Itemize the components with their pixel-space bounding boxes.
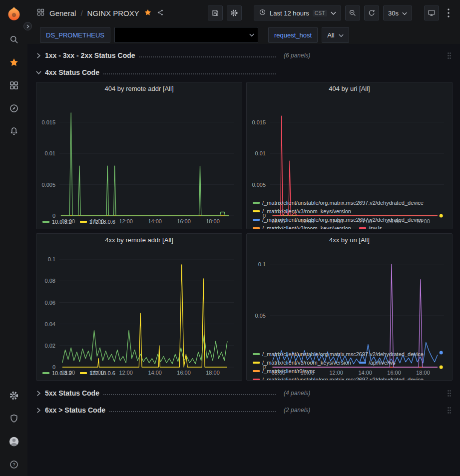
datasource-variable-select[interactable]: [114, 27, 258, 43]
legend-label: 172.18.0.6: [89, 218, 115, 226]
share-icon[interactable]: [156, 8, 164, 18]
legend-swatch: [42, 221, 49, 223]
page-title[interactable]: NGINX PROXY: [87, 9, 139, 17]
legend-item[interactable]: 172.18.0.6: [80, 218, 115, 226]
help-icon[interactable]: ?: [0, 453, 27, 476]
timeseries-chart[interactable]: 00.050.108:0010:0012:0014:0016:0018:00: [247, 247, 452, 349]
row-panel-count: (4 panels): [284, 390, 310, 397]
panel-title[interactable]: 404 by remote addr [All]: [36, 82, 242, 95]
legend-item[interactable]: /sw.js: [359, 224, 382, 229]
legend-swatch: [359, 362, 366, 364]
svg-text:?: ?: [12, 462, 15, 467]
chevron-right-icon: [36, 53, 45, 58]
legend-label: /_matrix/client/unstable/org.matrix.msc2…: [262, 199, 424, 207]
alerting-bell-icon[interactable]: [0, 120, 27, 143]
drag-handle-icon[interactable]: [447, 390, 452, 397]
breadcrumb-section[interactable]: General: [49, 9, 76, 17]
legend-item[interactable]: /_matrix/client/unstable/org.matrix.msc2…: [253, 376, 424, 381]
row-1xx-3xx-2xx-status-code[interactable]: 1xx - 3xx - 2xx Status Code (6 panels): [36, 48, 453, 63]
dashboard-variables-bar: DS_PROMETHEUS request_host All: [27, 26, 460, 44]
panel-title[interactable]: 4xx by remote addr [All]: [36, 234, 242, 247]
row-panel-count: (6 panels): [284, 52, 310, 59]
timeseries-chart[interactable]: 00.020.040.060.080.108:0010:0012:0014:00…: [36, 247, 242, 368]
config-gear-icon[interactable]: [0, 384, 27, 407]
legend-item[interactable]: 172.18.0.6: [80, 369, 115, 377]
favorite-star-icon[interactable]: [144, 8, 152, 18]
legend-item[interactable]: 10.0.3.2: [42, 369, 72, 377]
legend-item[interactable]: /_matrix/client/unstable/org.matrix.msc2…: [253, 350, 424, 358]
legend-swatch: [359, 227, 366, 229]
refresh-icon[interactable]: [364, 5, 379, 20]
request-host-variable-value: All: [327, 31, 334, 39]
dashboard-settings-gear-icon[interactable]: [227, 5, 242, 20]
starred-dashboards-icon[interactable]: [0, 51, 27, 74]
svg-text:0.015: 0.015: [41, 119, 55, 125]
legend-item[interactable]: /_matrix/client/v3/room_keys/version: [253, 224, 351, 229]
legend-swatch: [253, 227, 260, 229]
legend-label: /_matrix/client/unstable/org.matrix.msc2…: [262, 376, 424, 381]
legend-item[interactable]: /_matrix/client/v3/room_keys/version: [253, 207, 351, 215]
legend-label: /api/live/ws: [369, 359, 396, 367]
drag-handle-icon[interactable]: [447, 52, 452, 59]
chart-legend: /_matrix/client/unstable/org.matrix.msc2…: [247, 198, 452, 229]
row-6xx-status-code[interactable]: 6xx > Status Code (2 panels): [36, 403, 453, 418]
cycle-view-monitor-icon[interactable]: [424, 5, 439, 20]
avatar[interactable]: [0, 430, 27, 453]
refresh-interval-value: 30s: [388, 9, 399, 17]
legend-swatch: [42, 372, 49, 374]
timeseries-chart[interactable]: 00.0050.010.01508:0010:0012:0014:0016:00…: [247, 95, 452, 198]
legend-label: /_matrix/client/unstable/org.matrix.msc2…: [262, 350, 424, 358]
time-range-label: Last 12 hours: [270, 9, 309, 17]
explore-compass-icon[interactable]: [0, 97, 27, 120]
svg-text:0.04: 0.04: [45, 321, 55, 327]
legend-item[interactable]: /_matrix/client/v3/room_keys/version: [253, 359, 351, 367]
row-dots: [103, 73, 276, 74]
header-toolbar: Last 12 hours CST 30s: [208, 5, 454, 20]
zoom-out-time-icon[interactable]: [345, 5, 360, 20]
drag-handle-icon[interactable]: [447, 407, 452, 414]
legend-swatch: [253, 370, 260, 372]
panel-4xx-by-uri: 4xx by uri [All] 00.050.108:0010:0012:00…: [246, 233, 453, 381]
refresh-interval-dropdown[interactable]: 30s: [383, 5, 412, 20]
legend-swatch: [253, 353, 260, 355]
sidebar-expand-button[interactable]: [23, 22, 32, 30]
chevron-right-icon: [36, 391, 45, 396]
search-icon[interactable]: [0, 28, 27, 51]
legend-item[interactable]: /_matrix/client/unstable/org.matrix.msc2…: [253, 216, 424, 224]
dashboards-icon[interactable]: [0, 74, 27, 97]
request-host-variable-label[interactable]: request_host: [268, 27, 318, 43]
time-range-picker[interactable]: Last 12 hours CST: [254, 5, 341, 20]
datasource-variable-label[interactable]: DS_PROMETHEUS: [40, 27, 110, 43]
panel-404-by-remote-addr: 404 by remote addr [All] 00.0050.010.015…: [36, 82, 242, 229]
svg-text:0.015: 0.015: [252, 119, 266, 125]
svg-text:0.01: 0.01: [255, 150, 266, 156]
legend-item[interactable]: /_matrix/client/r0/sync: [253, 367, 315, 375]
legend-label: /_matrix/client/v3/room_keys/version: [262, 207, 351, 215]
chevron-down-icon: [402, 9, 407, 17]
legend-item[interactable]: /api/live/ws: [359, 359, 396, 367]
grafana-logo[interactable]: [0, 0, 27, 28]
svg-text:0.005: 0.005: [252, 182, 266, 188]
legend-item[interactable]: 10.0.3.2: [42, 218, 72, 226]
svg-text:0.06: 0.06: [45, 300, 55, 306]
kebab-menu-icon[interactable]: [443, 5, 454, 20]
admin-shield-icon[interactable]: [0, 407, 27, 430]
save-dashboard-button[interactable]: [208, 5, 223, 20]
legend-label: 10.0.3.2: [52, 218, 72, 226]
row-dots: [139, 56, 276, 57]
legend-label: /_matrix/client/unstable/org.matrix.msc2…: [262, 216, 424, 224]
legend-item[interactable]: /_matrix/client/unstable/org.matrix.msc2…: [253, 199, 424, 207]
timeseries-chart[interactable]: 00.0050.010.01508:0010:0012:0014:0016:00…: [36, 95, 242, 217]
chart-legend: 10.0.3.2172.18.0.6: [36, 368, 242, 380]
request-host-variable-select[interactable]: All: [322, 27, 349, 43]
sidebar: ?: [0, 0, 27, 476]
panel-title[interactable]: 4xx by uri [All]: [247, 234, 452, 247]
legend-swatch: [253, 202, 260, 204]
panel-title[interactable]: 404 by uri [All]: [247, 82, 452, 95]
row-title: 6xx > Status Code: [45, 406, 105, 414]
legend-label: /sw.js: [369, 224, 382, 229]
chevron-down-icon: [246, 33, 258, 37]
row-5xx-status-code[interactable]: 5xx Status Code (4 panels): [36, 386, 453, 401]
row-4xx-status-code[interactable]: 4xx Status Code: [36, 65, 453, 80]
svg-text:0.01: 0.01: [45, 150, 55, 156]
